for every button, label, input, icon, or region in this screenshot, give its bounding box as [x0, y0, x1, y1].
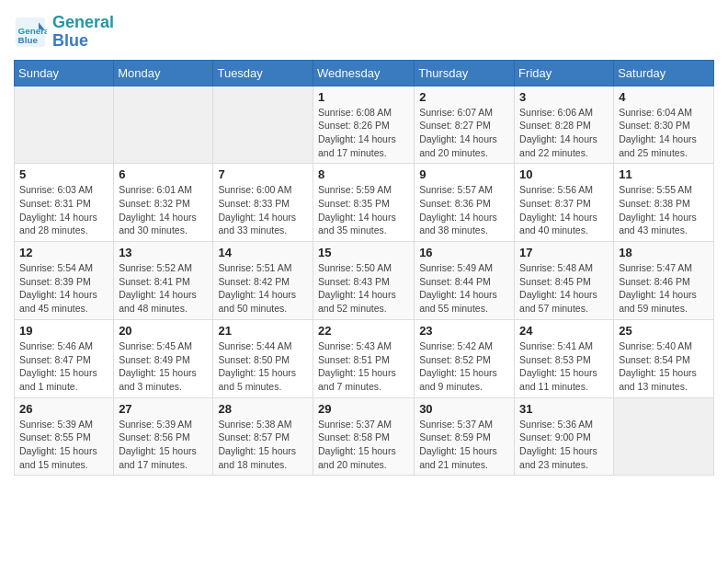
day-number: 27 — [119, 402, 208, 416]
day-info: Sunrise: 5:44 AM Sunset: 8:50 PM Dayligh… — [218, 339, 308, 394]
calendar-cell — [114, 86, 213, 164]
calendar-cell: 25Sunrise: 5:40 AM Sunset: 8:54 PM Dayli… — [614, 319, 714, 397]
day-info: Sunrise: 5:51 AM Sunset: 8:42 PM Dayligh… — [218, 261, 308, 316]
day-info: Sunrise: 6:04 AM Sunset: 8:30 PM Dayligh… — [619, 106, 709, 160]
day-info: Sunrise: 5:48 AM Sunset: 8:45 PM Dayligh… — [519, 261, 609, 316]
day-info: Sunrise: 5:56 AM Sunset: 8:37 PM Dayligh… — [519, 183, 609, 237]
day-number: 26 — [19, 402, 108, 416]
day-number: 22 — [318, 324, 409, 338]
calendar-cell: 20Sunrise: 5:45 AM Sunset: 8:49 PM Dayli… — [114, 319, 213, 397]
calendar-cell: 27Sunrise: 5:39 AM Sunset: 8:56 PM Dayli… — [114, 397, 213, 476]
day-number: 20 — [119, 324, 208, 338]
day-number: 31 — [519, 402, 609, 416]
calendar-cell — [15, 86, 114, 164]
day-number: 5 — [19, 167, 108, 181]
day-info: Sunrise: 5:46 AM Sunset: 8:47 PM Dayligh… — [19, 339, 108, 394]
day-info: Sunrise: 5:47 AM Sunset: 8:46 PM Dayligh… — [619, 261, 709, 316]
calendar-cell: 24Sunrise: 5:41 AM Sunset: 8:53 PM Dayli… — [515, 319, 614, 397]
day-number: 2 — [419, 90, 509, 104]
svg-text:Blue: Blue — [18, 34, 39, 44]
calendar-cell: 30Sunrise: 5:37 AM Sunset: 8:59 PM Dayli… — [415, 397, 515, 476]
page-header: General Blue General Blue — [14, 14, 714, 51]
calendar-header-row: SundayMondayTuesdayWednesdayThursdayFrid… — [15, 60, 714, 86]
day-info: Sunrise: 5:45 AM Sunset: 8:49 PM Dayligh… — [119, 339, 208, 394]
day-of-week-header: Wednesday — [313, 60, 415, 86]
calendar-cell: 29Sunrise: 5:37 AM Sunset: 8:58 PM Dayli… — [313, 397, 415, 476]
calendar-cell: 23Sunrise: 5:42 AM Sunset: 8:52 PM Dayli… — [415, 319, 515, 397]
calendar-cell: 22Sunrise: 5:43 AM Sunset: 8:51 PM Dayli… — [313, 319, 415, 397]
calendar-cell: 5Sunrise: 6:03 AM Sunset: 8:31 PM Daylig… — [15, 164, 114, 242]
day-number: 21 — [218, 324, 308, 338]
day-info: Sunrise: 5:59 AM Sunset: 8:35 PM Dayligh… — [318, 183, 409, 237]
day-number: 15 — [318, 246, 409, 259]
day-number: 19 — [19, 324, 108, 338]
day-number: 24 — [519, 324, 609, 338]
day-number: 4 — [619, 90, 709, 104]
day-of-week-header: Tuesday — [213, 60, 313, 86]
day-number: 12 — [19, 246, 108, 259]
day-info: Sunrise: 5:49 AM Sunset: 8:44 PM Dayligh… — [419, 261, 509, 316]
calendar-cell: 1Sunrise: 6:08 AM Sunset: 8:26 PM Daylig… — [313, 86, 415, 164]
day-info: Sunrise: 6:01 AM Sunset: 8:32 PM Dayligh… — [119, 183, 208, 237]
calendar-cell: 15Sunrise: 5:50 AM Sunset: 8:43 PM Dayli… — [313, 242, 415, 320]
day-number: 25 — [619, 324, 709, 338]
calendar-week-row: 26Sunrise: 5:39 AM Sunset: 8:55 PM Dayli… — [15, 397, 714, 476]
day-number: 9 — [419, 167, 509, 181]
calendar-cell: 18Sunrise: 5:47 AM Sunset: 8:46 PM Dayli… — [614, 242, 714, 320]
calendar-cell: 31Sunrise: 5:36 AM Sunset: 9:00 PM Dayli… — [515, 397, 614, 476]
calendar-cell: 17Sunrise: 5:48 AM Sunset: 8:45 PM Dayli… — [515, 242, 614, 320]
calendar-cell: 3Sunrise: 6:06 AM Sunset: 8:28 PM Daylig… — [515, 86, 614, 164]
day-info: Sunrise: 5:38 AM Sunset: 8:57 PM Dayligh… — [218, 418, 308, 472]
calendar-week-row: 19Sunrise: 5:46 AM Sunset: 8:47 PM Dayli… — [15, 319, 714, 397]
day-number: 18 — [619, 246, 709, 259]
logo-icon: General Blue — [14, 16, 47, 49]
calendar-table: SundayMondayTuesdayWednesdayThursdayFrid… — [14, 60, 714, 477]
calendar-cell: 9Sunrise: 5:57 AM Sunset: 8:36 PM Daylig… — [415, 164, 515, 242]
calendar-cell — [614, 397, 714, 476]
calendar-cell: 11Sunrise: 5:55 AM Sunset: 8:38 PM Dayli… — [614, 164, 714, 242]
day-number: 1 — [318, 90, 409, 104]
day-info: Sunrise: 5:54 AM Sunset: 8:39 PM Dayligh… — [19, 261, 108, 316]
day-number: 30 — [419, 402, 509, 416]
calendar-week-row: 1Sunrise: 6:08 AM Sunset: 8:26 PM Daylig… — [15, 86, 714, 164]
day-info: Sunrise: 5:39 AM Sunset: 8:56 PM Dayligh… — [119, 418, 208, 472]
calendar-cell: 7Sunrise: 6:00 AM Sunset: 8:33 PM Daylig… — [213, 164, 313, 242]
day-number: 7 — [218, 167, 308, 181]
day-info: Sunrise: 5:37 AM Sunset: 8:59 PM Dayligh… — [419, 418, 509, 472]
calendar-cell: 21Sunrise: 5:44 AM Sunset: 8:50 PM Dayli… — [213, 319, 313, 397]
day-info: Sunrise: 5:42 AM Sunset: 8:52 PM Dayligh… — [419, 339, 509, 394]
day-of-week-header: Sunday — [15, 60, 114, 86]
day-number: 13 — [119, 246, 208, 259]
logo-text: General Blue — [52, 14, 114, 51]
day-of-week-header: Monday — [114, 60, 213, 86]
logo: General Blue General Blue — [14, 14, 114, 51]
calendar-cell: 2Sunrise: 6:07 AM Sunset: 8:27 PM Daylig… — [415, 86, 515, 164]
day-number: 29 — [318, 402, 409, 416]
day-info: Sunrise: 6:03 AM Sunset: 8:31 PM Dayligh… — [19, 183, 108, 237]
day-info: Sunrise: 5:40 AM Sunset: 8:54 PM Dayligh… — [619, 339, 709, 394]
day-number: 28 — [218, 402, 308, 416]
day-number: 10 — [519, 167, 609, 181]
calendar-cell: 26Sunrise: 5:39 AM Sunset: 8:55 PM Dayli… — [15, 397, 114, 476]
day-info: Sunrise: 6:00 AM Sunset: 8:33 PM Dayligh… — [218, 183, 308, 237]
day-info: Sunrise: 5:52 AM Sunset: 8:41 PM Dayligh… — [119, 261, 208, 316]
calendar-cell: 13Sunrise: 5:52 AM Sunset: 8:41 PM Dayli… — [114, 242, 213, 320]
day-info: Sunrise: 5:37 AM Sunset: 8:58 PM Dayligh… — [318, 418, 409, 472]
calendar-cell: 10Sunrise: 5:56 AM Sunset: 8:37 PM Dayli… — [515, 164, 614, 242]
calendar-week-row: 5Sunrise: 6:03 AM Sunset: 8:31 PM Daylig… — [15, 164, 714, 242]
calendar-cell: 14Sunrise: 5:51 AM Sunset: 8:42 PM Dayli… — [213, 242, 313, 320]
day-number: 11 — [619, 167, 709, 181]
day-info: Sunrise: 5:50 AM Sunset: 8:43 PM Dayligh… — [318, 261, 409, 316]
calendar-cell: 19Sunrise: 5:46 AM Sunset: 8:47 PM Dayli… — [15, 319, 114, 397]
day-of-week-header: Thursday — [415, 60, 515, 86]
day-info: Sunrise: 5:43 AM Sunset: 8:51 PM Dayligh… — [318, 339, 409, 394]
day-info: Sunrise: 5:41 AM Sunset: 8:53 PM Dayligh… — [519, 339, 609, 394]
calendar-cell: 6Sunrise: 6:01 AM Sunset: 8:32 PM Daylig… — [114, 164, 213, 242]
day-number: 3 — [519, 90, 609, 104]
day-info: Sunrise: 5:39 AM Sunset: 8:55 PM Dayligh… — [19, 418, 108, 472]
calendar-cell: 28Sunrise: 5:38 AM Sunset: 8:57 PM Dayli… — [213, 397, 313, 476]
day-of-week-header: Friday — [515, 60, 614, 86]
day-info: Sunrise: 5:57 AM Sunset: 8:36 PM Dayligh… — [419, 183, 509, 237]
day-number: 17 — [519, 246, 609, 259]
day-number: 14 — [218, 246, 308, 259]
